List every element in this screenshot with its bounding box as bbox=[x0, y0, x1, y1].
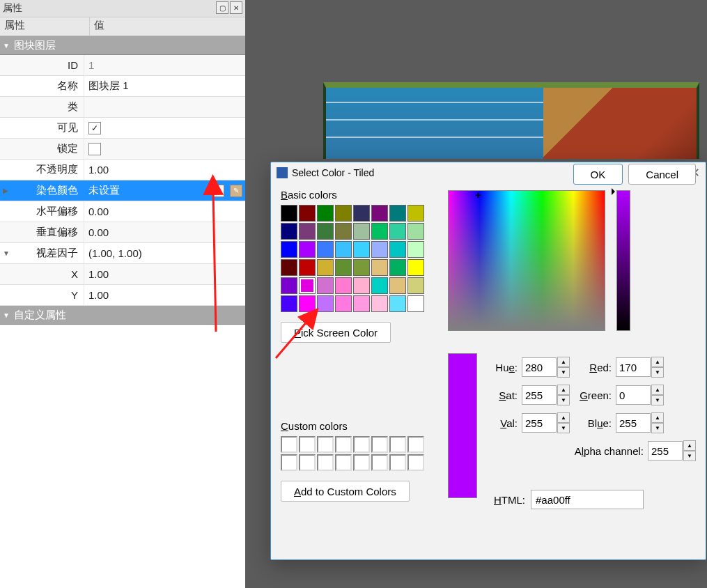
custom-swatch[interactable] bbox=[353, 436, 370, 453]
row-visible[interactable]: 可见 ✓ bbox=[0, 118, 245, 139]
panel-restore-icon[interactable]: ▢ bbox=[216, 1, 228, 14]
custom-swatch[interactable] bbox=[335, 454, 352, 471]
spin-up-icon[interactable]: ▲ bbox=[651, 412, 664, 423]
value-slider[interactable] bbox=[616, 190, 630, 331]
custom-swatch[interactable] bbox=[317, 436, 334, 453]
panel-close-icon[interactable]: ✕ bbox=[230, 1, 242, 14]
spin-up-icon[interactable]: ▲ bbox=[557, 412, 570, 423]
basic-swatch[interactable] bbox=[353, 295, 370, 312]
basic-swatch[interactable] bbox=[389, 277, 406, 294]
basic-swatch[interactable] bbox=[317, 223, 334, 240]
basic-swatch[interactable] bbox=[371, 277, 388, 294]
spin-up-icon[interactable]: ▲ bbox=[683, 440, 696, 451]
custom-swatch[interactable] bbox=[371, 454, 388, 471]
pick-screen-color-button[interactable]: Pick Screen Color bbox=[281, 322, 391, 343]
val-input[interactable]: ▲▼ bbox=[522, 412, 570, 433]
basic-swatch[interactable] bbox=[389, 205, 406, 222]
basic-swatch[interactable] bbox=[389, 223, 406, 240]
basic-swatch[interactable] bbox=[353, 205, 370, 222]
custom-swatch[interactable] bbox=[299, 436, 316, 453]
locked-checkbox[interactable] bbox=[88, 143, 101, 155]
custom-swatch[interactable] bbox=[407, 436, 424, 453]
basic-swatch[interactable] bbox=[371, 241, 388, 258]
basic-swatch[interactable] bbox=[407, 241, 424, 258]
basic-swatch[interactable] bbox=[281, 223, 297, 240]
green-input[interactable]: ▲▼ bbox=[616, 385, 664, 405]
section-tile-layer[interactable]: ▼ 图块图层 bbox=[0, 36, 245, 55]
basic-swatch[interactable] bbox=[407, 205, 424, 222]
basic-swatch[interactable] bbox=[371, 259, 388, 276]
custom-swatch[interactable] bbox=[317, 454, 334, 471]
custom-swatch[interactable] bbox=[281, 436, 297, 453]
spin-down-icon[interactable]: ▼ bbox=[557, 395, 570, 405]
row-opacity[interactable]: 不透明度 1.00 bbox=[0, 160, 245, 180]
custom-swatch[interactable] bbox=[335, 436, 352, 453]
sat-input[interactable]: ▲▼ bbox=[522, 385, 570, 405]
basic-swatch[interactable] bbox=[389, 295, 406, 312]
row-class[interactable]: 类 bbox=[0, 97, 245, 118]
spin-up-icon[interactable]: ▲ bbox=[557, 385, 570, 395]
row-parallax[interactable]: ▼视差因子 (1.00, 1.00) bbox=[0, 243, 245, 264]
spin-down-icon[interactable]: ▼ bbox=[557, 367, 570, 378]
basic-swatch[interactable] bbox=[353, 241, 370, 258]
row-tint[interactable]: ▶染色颜色 未设置 … ✎ bbox=[0, 180, 245, 201]
color-gradient[interactable]: + bbox=[448, 190, 605, 331]
custom-swatch[interactable] bbox=[281, 454, 297, 471]
spin-down-icon[interactable]: ▼ bbox=[651, 395, 664, 405]
spin-up-icon[interactable]: ▲ bbox=[651, 385, 664, 395]
basic-swatch[interactable] bbox=[281, 259, 297, 276]
row-locked[interactable]: 锁定 bbox=[0, 139, 245, 160]
basic-swatch[interactable] bbox=[299, 223, 316, 240]
basic-swatch[interactable] bbox=[317, 295, 334, 312]
row-parallax-x[interactable]: X 1.00 bbox=[0, 264, 245, 285]
hue-input[interactable]: ▲▼ bbox=[522, 357, 570, 378]
row-hoffset[interactable]: 水平偏移 0.00 bbox=[0, 201, 245, 222]
custom-swatch[interactable] bbox=[353, 454, 370, 471]
basic-swatch[interactable] bbox=[335, 295, 352, 312]
red-input[interactable]: ▲▼ bbox=[616, 357, 664, 378]
basic-swatch[interactable] bbox=[371, 295, 388, 312]
spin-up-icon[interactable]: ▲ bbox=[651, 357, 664, 367]
basic-swatch[interactable] bbox=[281, 295, 297, 312]
custom-swatch[interactable] bbox=[389, 436, 406, 453]
basic-swatch[interactable] bbox=[353, 259, 370, 276]
html-color-input[interactable] bbox=[531, 490, 644, 509]
basic-swatch[interactable] bbox=[335, 259, 352, 276]
alpha-input[interactable]: ▲▼ bbox=[648, 440, 696, 461]
spin-down-icon[interactable]: ▼ bbox=[557, 423, 570, 433]
custom-swatch[interactable] bbox=[299, 454, 316, 471]
basic-swatch[interactable] bbox=[353, 277, 370, 294]
basic-swatch[interactable] bbox=[317, 205, 334, 222]
cancel-button[interactable]: Cancel bbox=[628, 164, 696, 185]
basic-swatch[interactable] bbox=[353, 223, 370, 240]
spin-down-icon[interactable]: ▼ bbox=[683, 451, 696, 461]
basic-swatch[interactable] bbox=[389, 259, 406, 276]
add-custom-color-button[interactable]: Add to Custom Colors bbox=[281, 481, 410, 502]
spin-up-icon[interactable]: ▲ bbox=[557, 357, 570, 367]
basic-swatch[interactable] bbox=[335, 223, 352, 240]
ok-button[interactable]: OK bbox=[573, 164, 623, 185]
basic-swatch[interactable] bbox=[317, 241, 334, 258]
blue-input[interactable]: ▲▼ bbox=[616, 412, 664, 433]
row-name[interactable]: 名称 图块层 1 bbox=[0, 76, 245, 97]
basic-swatch[interactable] bbox=[371, 205, 388, 222]
spin-down-icon[interactable]: ▼ bbox=[651, 423, 664, 433]
basic-swatch[interactable] bbox=[335, 205, 352, 222]
basic-swatch[interactable] bbox=[407, 295, 424, 312]
basic-swatch[interactable] bbox=[317, 277, 334, 294]
section-custom-props[interactable]: ▼ 自定义属性 bbox=[0, 306, 245, 325]
basic-swatch[interactable] bbox=[281, 205, 297, 222]
custom-swatch[interactable] bbox=[407, 454, 424, 471]
basic-swatch[interactable] bbox=[281, 277, 297, 294]
basic-swatch[interactable] bbox=[299, 295, 316, 312]
basic-swatch[interactable] bbox=[407, 259, 424, 276]
basic-swatch[interactable] bbox=[281, 241, 297, 258]
custom-swatch[interactable] bbox=[371, 436, 388, 453]
row-parallax-y[interactable]: Y 1.00 bbox=[0, 285, 245, 306]
basic-swatch[interactable] bbox=[389, 241, 406, 258]
basic-swatch[interactable] bbox=[299, 241, 316, 258]
basic-swatch[interactable] bbox=[407, 277, 424, 294]
basic-swatch[interactable] bbox=[299, 277, 316, 294]
reset-color-button[interactable]: ✎ bbox=[230, 185, 242, 197]
basic-swatch[interactable] bbox=[299, 205, 316, 222]
